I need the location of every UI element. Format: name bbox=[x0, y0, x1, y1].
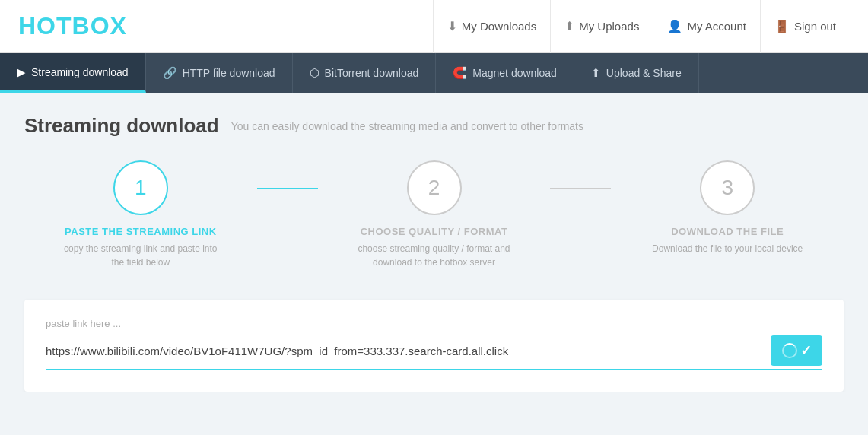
page-title-row: Streaming download You can easily downlo… bbox=[24, 114, 844, 138]
streaming-icon: ▶ bbox=[17, 65, 26, 79]
step-1: 1 PASTE THE STREAMING LINK copy the stre… bbox=[24, 160, 257, 269]
nav-my-uploads-label: My Uploads bbox=[579, 20, 639, 33]
magnet-icon: 🧲 bbox=[453, 66, 467, 80]
tab-upload-label: Upload & Share bbox=[606, 67, 682, 79]
download-icon: ⬇ bbox=[447, 19, 457, 33]
tabbar: ▶ Streaming download 🔗 HTTP file downloa… bbox=[0, 53, 868, 93]
tab-magnet[interactable]: 🧲 Magnet download bbox=[436, 53, 574, 93]
step-1-desc: copy the streaming link and paste into t… bbox=[57, 242, 224, 269]
loading-spinner bbox=[782, 343, 797, 358]
account-icon: 👤 bbox=[667, 19, 682, 33]
input-placeholder-label: paste link here ... bbox=[46, 318, 822, 329]
tab-streaming-label: Streaming download bbox=[31, 66, 129, 78]
step-2-desc: choose streaming quality / format and do… bbox=[351, 242, 518, 269]
tab-magnet-label: Magnet download bbox=[472, 67, 557, 79]
submit-button[interactable]: ✓ bbox=[771, 335, 822, 366]
step-2-label: CHOOSE QUALITY / FORMAT bbox=[361, 226, 508, 237]
checkmark-icon: ✓ bbox=[800, 342, 812, 359]
url-input[interactable] bbox=[46, 340, 771, 362]
page-subtitle: You can easily download the streaming me… bbox=[231, 120, 583, 132]
upload-icon: ⬆ bbox=[564, 19, 574, 33]
step-2-number: 2 bbox=[428, 176, 440, 200]
steps-container: 1 PASTE THE STREAMING LINK copy the stre… bbox=[24, 160, 844, 269]
http-icon: 🔗 bbox=[163, 66, 177, 80]
tab-streaming[interactable]: ▶ Streaming download bbox=[0, 53, 146, 93]
signout-icon: 🚪 bbox=[774, 19, 790, 33]
step-3-circle: 3 bbox=[700, 160, 755, 215]
tab-upload[interactable]: ⬆ Upload & Share bbox=[574, 53, 699, 93]
tab-http-label: HTTP file download bbox=[183, 67, 275, 79]
step-2-circle: 2 bbox=[407, 160, 462, 215]
nav-links: ⬇ My Downloads ⬆ My Uploads 👤 My Account… bbox=[433, 0, 850, 53]
step-connector-1-2 bbox=[257, 188, 318, 189]
tab-http[interactable]: 🔗 HTTP file download bbox=[146, 53, 293, 93]
step-3: 3 DOWNLOAD THE FILE Download the file to… bbox=[611, 160, 844, 256]
input-section: paste link here ... ✓ bbox=[24, 300, 844, 392]
nav-my-downloads[interactable]: ⬇ My Downloads bbox=[433, 0, 550, 53]
step-1-circle: 1 bbox=[113, 160, 168, 215]
page-title: Streaming download bbox=[24, 114, 219, 138]
header: HOTBOX ⬇ My Downloads ⬆ My Uploads 👤 My … bbox=[0, 0, 868, 53]
nav-my-downloads-label: My Downloads bbox=[462, 20, 536, 33]
nav-sign-out[interactable]: 🚪 Sign out bbox=[760, 0, 850, 53]
nav-sign-out-label: Sign out bbox=[794, 20, 836, 33]
step-3-label: DOWNLOAD THE FILE bbox=[671, 226, 784, 237]
logo: HOTBOX bbox=[18, 12, 127, 40]
share-icon: ⬆ bbox=[591, 66, 601, 80]
input-row: ✓ bbox=[46, 335, 822, 370]
step-connector-2-3 bbox=[550, 188, 611, 189]
nav-my-account[interactable]: 👤 My Account bbox=[653, 0, 760, 53]
tab-bittorrent[interactable]: ⬡ BitTorrent download bbox=[293, 53, 437, 93]
nav-my-account-label: My Account bbox=[687, 20, 746, 33]
step-1-label: PASTE THE STREAMING LINK bbox=[65, 226, 217, 237]
step-1-number: 1 bbox=[135, 176, 147, 200]
tab-bittorrent-label: BitTorrent download bbox=[325, 67, 419, 79]
nav-my-uploads[interactable]: ⬆ My Uploads bbox=[550, 0, 653, 53]
step-3-number: 3 bbox=[721, 176, 733, 200]
page-content: Streaming download You can easily downlo… bbox=[0, 93, 868, 392]
step-3-desc: Download the file to your local device bbox=[652, 242, 803, 256]
bittorrent-icon: ⬡ bbox=[310, 66, 320, 80]
step-2: 2 CHOOSE QUALITY / FORMAT choose streami… bbox=[318, 160, 551, 269]
